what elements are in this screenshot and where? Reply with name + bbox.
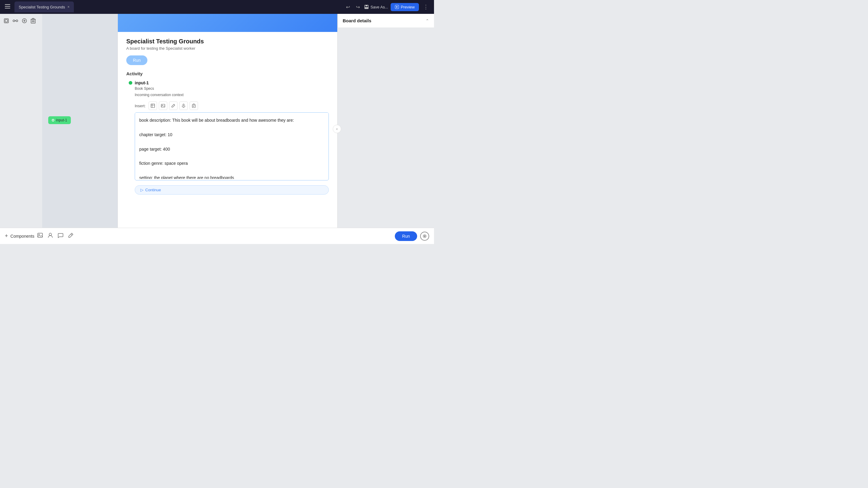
board-details-title: Board details xyxy=(343,18,371,23)
add-component-icon[interactable]: + xyxy=(5,233,8,239)
svg-rect-22 xyxy=(32,19,34,19)
save-as-button[interactable]: Save As... xyxy=(364,4,388,9)
more-options-icon[interactable]: ⋮ xyxy=(421,2,430,11)
content-panel: Specialist Testing Grounds A board for t… xyxy=(118,14,338,244)
component-image-icon[interactable] xyxy=(36,231,44,241)
continue-label: Continue xyxy=(145,188,161,192)
svg-point-11 xyxy=(16,20,18,22)
component-chat-icon[interactable] xyxy=(56,231,65,241)
svg-point-10 xyxy=(13,20,15,22)
svg-rect-30 xyxy=(192,104,195,107)
input-node[interactable]: input-1 xyxy=(48,116,71,124)
main-layout: input-1 Specialist Testing Grounds A boa… xyxy=(0,14,434,244)
right-panel-wrapper: ‹ Board details ⌃ xyxy=(338,14,434,244)
activity-item-meta2: Incoming conversation context xyxy=(135,92,329,98)
svg-rect-28 xyxy=(183,104,184,106)
delete-icon[interactable] xyxy=(30,18,36,25)
add-node-icon[interactable] xyxy=(21,18,28,25)
insert-table-icon[interactable] xyxy=(149,101,157,110)
svg-rect-38 xyxy=(424,235,426,237)
redo-button[interactable]: ↪ xyxy=(354,3,362,11)
select-tool-icon[interactable] xyxy=(3,18,10,25)
topbar-tab[interactable]: Specialist Testing Grounds × xyxy=(14,1,74,12)
right-panel: Board details ⌃ xyxy=(338,14,434,28)
insert-pen-icon[interactable] xyxy=(169,101,178,110)
insert-mic-icon[interactable] xyxy=(179,101,188,110)
bottom-bar-left: + Components xyxy=(5,231,395,241)
topbar: Specialist Testing Grounds × ↩ ↪ Save As… xyxy=(0,0,434,14)
insert-image-icon[interactable] xyxy=(159,101,167,110)
menu-icon[interactable] xyxy=(4,3,11,11)
svg-rect-2 xyxy=(5,8,10,8)
input-textarea[interactable]: book description: This book will be abou… xyxy=(135,113,329,179)
continue-icon: ▷ xyxy=(141,188,144,192)
activity-item-name: input-1 xyxy=(135,80,149,85)
bottom-run-button[interactable]: Run xyxy=(395,231,417,241)
activity-status-dot xyxy=(129,81,132,85)
right-panel-header: Board details ⌃ xyxy=(338,14,434,28)
activity-item-meta1: Book Specs xyxy=(135,86,329,92)
svg-rect-23 xyxy=(151,104,155,107)
undo-button[interactable]: ↩ xyxy=(344,3,352,11)
content-body: Specialist Testing Grounds A board for t… xyxy=(118,32,337,244)
board-details-chevron[interactable]: ⌃ xyxy=(426,19,429,23)
insert-toolbar: Insert: xyxy=(135,101,329,110)
svg-rect-4 xyxy=(366,5,367,6)
svg-rect-1 xyxy=(5,6,10,7)
bottom-bar-right: Run xyxy=(395,231,429,241)
bottom-bar: + Components Run xyxy=(0,228,434,244)
svg-rect-9 xyxy=(5,20,7,22)
svg-line-36 xyxy=(71,234,72,235)
panel-collapse-button[interactable]: ‹ xyxy=(333,125,341,133)
preview-label: Preview xyxy=(401,5,415,9)
svg-point-35 xyxy=(49,233,52,235)
insert-label: Insert: xyxy=(135,104,146,108)
node-label: input-1 xyxy=(56,118,67,122)
svg-point-34 xyxy=(38,234,39,235)
activity-item-header: input-1 xyxy=(129,80,329,85)
component-pen-icon[interactable] xyxy=(66,231,75,241)
content-header-banner xyxy=(118,14,337,32)
continue-button[interactable]: ▷ Continue xyxy=(135,185,329,195)
input-textarea-wrapper[interactable]: book description: This book will be abou… xyxy=(135,112,329,181)
activity-section-label: Activity xyxy=(126,71,329,76)
preview-button[interactable]: Preview xyxy=(391,3,419,11)
topbar-actions: ↩ ↪ Save As... Preview ⋮ xyxy=(344,2,430,11)
svg-rect-33 xyxy=(38,233,42,237)
tab-close-icon[interactable]: × xyxy=(67,5,70,9)
component-user-icon[interactable] xyxy=(46,231,55,241)
canvas-area[interactable]: input-1 xyxy=(42,14,118,244)
bottom-stop-button[interactable] xyxy=(420,232,429,241)
board-run-button[interactable]: Run xyxy=(126,56,147,65)
components-label: Components xyxy=(10,234,34,238)
insert-clipboard-icon[interactable] xyxy=(190,101,198,110)
svg-rect-26 xyxy=(161,104,165,107)
connect-tool-icon[interactable] xyxy=(12,18,19,25)
tab-label: Specialist Testing Grounds xyxy=(19,5,65,9)
svg-point-13 xyxy=(15,21,16,21)
toolbar-icons xyxy=(3,18,39,25)
left-toolbar xyxy=(0,14,42,244)
node-status-dot xyxy=(52,119,54,121)
svg-marker-7 xyxy=(396,6,398,8)
svg-rect-8 xyxy=(4,19,8,23)
svg-rect-0 xyxy=(5,4,10,5)
board-subtitle: A board for testing the Specialist worke… xyxy=(126,46,329,51)
activity-item: input-1 Book Specs Incoming conversation… xyxy=(129,80,329,195)
board-title: Specialist Testing Grounds xyxy=(126,38,329,45)
svg-rect-5 xyxy=(365,7,368,8)
save-as-label: Save As... xyxy=(370,5,388,9)
